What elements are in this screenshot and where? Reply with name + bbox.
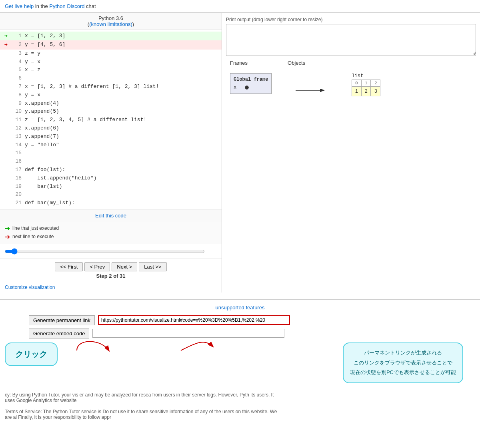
resize-handle: ◢ [471, 51, 476, 56]
viz-area: Frames Objects Global frame x [226, 60, 476, 100]
step-slider[interactable] [5, 248, 205, 255]
pointer-dot [245, 86, 249, 90]
top-bar-suffix: chat [86, 3, 96, 9]
line-code-10: y.append(5) [25, 108, 59, 116]
unsupported-features-link[interactable]: unsupported features [216, 305, 265, 311]
list-object: list 0 1 2 1 2 3 [352, 73, 380, 96]
edit-code-link[interactable]: Edit this code [95, 213, 126, 219]
edit-link-area: Edit this code [0, 209, 222, 222]
code-line-3: 3 z = y [0, 50, 222, 58]
bottom-section: unsupported features Generate permanent … [0, 299, 480, 425]
line-num-5: 5 [10, 66, 22, 74]
print-output-label: Print output (drag lower right corner to… [226, 17, 476, 22]
list-value-1: 2 [361, 87, 371, 96]
output-panel: Print output (drag lower right corner to… [222, 13, 480, 293]
generate-embed-button[interactable]: Generate embed code [29, 329, 89, 338]
code-line-8: 8 y = x [0, 91, 222, 100]
code-line-11: 11 z = [1, 2, 3, 4, 5] # a different lis… [0, 116, 222, 124]
line-code-5: x = z [25, 66, 40, 74]
list-index-2: 2 [371, 80, 380, 87]
legend-area: ➔ line that just executed ➔ next line to… [0, 222, 222, 244]
nav-row: << First < Prev Next > Last >> [55, 262, 166, 271]
legend-red-label: next line to execute [12, 234, 54, 239]
line-code-13: y.append(7) [25, 133, 59, 141]
line-code-2: y = [4, 5, 6] [25, 41, 65, 49]
code-line-14: 14 y = "hello" [0, 141, 222, 149]
viz-headers: Frames Objects [226, 60, 476, 66]
privacy-text: cy: By using Python Tutor, your vis er a… [5, 392, 285, 420]
pointer-arrow-svg [296, 84, 328, 96]
line-code-4: y = x [25, 58, 40, 66]
main-divider [0, 296, 480, 296]
list-value-0: 1 [352, 87, 361, 96]
customize-viz-link[interactable]: Customize visualization [5, 285, 55, 290]
code-line-12: 12 x.append(6) [0, 124, 222, 133]
main-area: Python 3.6 ((known limitations)) ➔ 1 x =… [0, 12, 480, 293]
line-num-1: 1 [10, 32, 22, 40]
legend-green-item: ➔ line that just executed [5, 225, 217, 232]
known-limitations-link[interactable]: (known limitations) [89, 21, 132, 27]
last-button[interactable]: Last >> [139, 262, 166, 271]
code-line-17: 17 def foo(lst): [0, 166, 222, 174]
generate-perm-link-button[interactable]: Generate permanent link [29, 315, 95, 325]
line-num-7: 7 [10, 83, 22, 91]
line-num-17: 17 [10, 166, 22, 174]
embed-link-input[interactable] [92, 329, 284, 338]
line-num-3: 3 [10, 50, 22, 58]
info-line3: 現在の状態を別PCでも表示させることが可能 [350, 369, 456, 375]
line-num-15: 15 [10, 149, 22, 157]
global-frame-label: Global frame [234, 77, 268, 82]
list-index-row: 0 1 2 [352, 80, 380, 87]
print-output-box[interactable]: ◢ [226, 24, 476, 56]
slider-area[interactable] [0, 244, 222, 259]
line-num-11: 11 [10, 116, 22, 124]
list-index-0: 0 [352, 80, 361, 87]
legend-green-arrow: ➔ [5, 225, 10, 232]
first-button[interactable]: << First [55, 262, 83, 271]
embed-link-row: Generate embed code [29, 329, 284, 338]
python-version-label: Python 3.6 [98, 15, 123, 21]
line-num-4: 4 [10, 58, 22, 66]
legend-red-arrow: ➔ [5, 233, 10, 241]
line-code-21: def bar(my_lst): [25, 199, 75, 207]
line-code-12: x.append(6) [25, 124, 59, 133]
legend-red-item: ➔ next line to execute [5, 233, 217, 241]
code-scroll-area[interactable]: ➔ 1 x = [1, 2, 3] ➔ 2 y = [4, 5, 6] 3 [0, 30, 222, 209]
python-discord-link[interactable]: Python Discord [49, 3, 84, 9]
global-frame: Global frame x [230, 73, 272, 94]
code-line-2: ➔ 2 y = [4, 5, 6] [0, 40, 222, 49]
next-button[interactable]: Next > [112, 262, 137, 271]
prev-button[interactable]: < Prev [84, 262, 110, 271]
line-num-8: 8 [10, 91, 22, 100]
frames-header: Frames [230, 60, 248, 66]
list-value-2: 3 [371, 87, 380, 96]
line-num-6: 6 [10, 74, 22, 83]
live-help-link[interactable]: Get live help [5, 3, 34, 9]
info-line1: パーマネントリンクが生成される [364, 350, 442, 356]
line-code-1: x = [1, 2, 3] [25, 32, 65, 40]
code-line-9: 9 x.append(4) [0, 100, 222, 108]
list-cells: 1 2 3 [352, 87, 380, 96]
line-code-11: z = [1, 2, 3, 4, 5] # a different list! [25, 116, 146, 124]
customize-link-area: Customize visualization [0, 282, 222, 293]
code-line-18: 18 lst.append("hello") [0, 174, 222, 183]
click-callout-box: クリック [5, 342, 58, 366]
line-num-10: 10 [10, 108, 22, 116]
line-code-17: def foo(lst): [25, 166, 65, 174]
objects-header: Objects [288, 60, 305, 66]
code-line-20: 20 [0, 191, 222, 199]
list-index-1: 1 [361, 80, 371, 87]
code-line-15: 15 [0, 149, 222, 157]
line-code-8: y = x [25, 91, 40, 100]
info-line2: このリンクをブラウザで表示させることで [354, 360, 452, 366]
code-line-19: 19 bar(lst) [0, 183, 222, 191]
perm-link-input[interactable] [98, 315, 290, 325]
legend-green-label: line that just executed [12, 225, 59, 231]
top-bar: Get live help in the Python Discord chat [0, 0, 480, 12]
line-code-9: x.append(4) [25, 100, 59, 108]
perm-link-row: Generate permanent link [29, 315, 290, 325]
line-code-19: bar(lst) [25, 183, 62, 191]
unsupported-link-area: unsupported features [5, 305, 475, 311]
line-num-9: 9 [10, 100, 22, 108]
code-lines: ➔ 1 x = [1, 2, 3] ➔ 2 y = [4, 5, 6] 3 [0, 30, 222, 209]
